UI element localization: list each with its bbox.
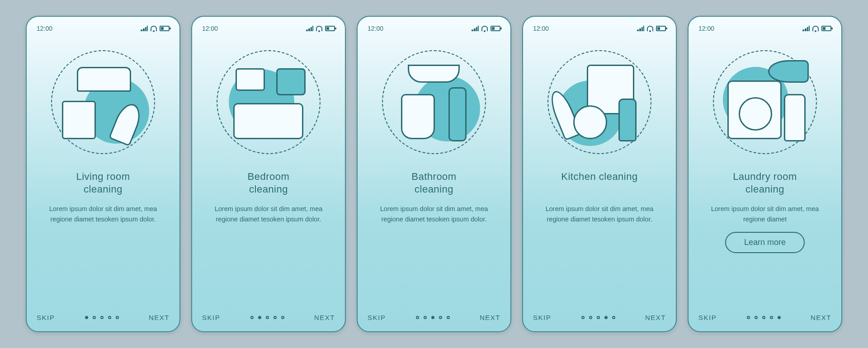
onboarding-screen-1: 12:00 Living room cleaning Lorem ipsum d…	[26, 16, 180, 332]
status-bar: 12:00	[533, 24, 666, 33]
status-time: 12:00	[368, 25, 383, 32]
battery-icon	[160, 26, 170, 31]
bedroom-icon	[202, 46, 335, 159]
skip-button[interactable]: SKIP	[698, 314, 717, 321]
screen-description: Lorem ipsum dolor sit dim amet, mea regi…	[533, 204, 666, 225]
next-button[interactable]: NEXT	[480, 314, 500, 321]
bathroom-icon	[368, 46, 500, 159]
dot-5[interactable]	[612, 316, 615, 319]
dot-3[interactable]	[100, 316, 104, 319]
next-button[interactable]: NEXT	[149, 314, 170, 321]
pagination-dots	[85, 316, 119, 319]
signal-icon	[472, 26, 479, 31]
status-icons	[306, 26, 335, 31]
dot-2[interactable]	[258, 316, 261, 319]
wifi-icon	[481, 26, 488, 31]
nav-bar: SKIP NEXT	[533, 314, 666, 323]
skip-button[interactable]: SKIP	[202, 314, 220, 321]
dot-5[interactable]	[778, 316, 781, 319]
skip-button[interactable]: SKIP	[533, 314, 551, 321]
status-time: 12:00	[202, 25, 218, 32]
status-time: 12:00	[533, 25, 549, 32]
dot-3[interactable]	[597, 316, 600, 319]
screen-description: Lorem ipsum dolor sit dim amet, mea regi…	[368, 204, 500, 225]
wifi-icon	[647, 26, 653, 31]
onboarding-screen-2: 12:00 Bedroom cleaning Lorem ipsum dolor…	[191, 16, 346, 332]
dot-2[interactable]	[755, 316, 758, 319]
battery-icon	[325, 26, 335, 31]
next-button[interactable]: NEXT	[811, 314, 831, 321]
dot-3[interactable]	[762, 316, 765, 319]
dot-4[interactable]	[439, 316, 442, 319]
dot-1[interactable]	[250, 316, 254, 319]
signal-icon	[802, 26, 810, 31]
dot-4[interactable]	[108, 316, 111, 319]
signal-icon	[306, 26, 313, 31]
signal-icon	[637, 26, 644, 31]
living-room-icon	[37, 46, 170, 159]
screen-title: Bathroom cleaning	[368, 170, 500, 196]
battery-icon	[656, 26, 666, 31]
dot-3[interactable]	[266, 316, 269, 319]
onboarding-screen-4: 12:00 Kitchen cleaning Lorem ipsum dolor…	[522, 16, 677, 332]
dot-1[interactable]	[85, 316, 88, 319]
dot-1[interactable]	[747, 316, 750, 319]
dot-4[interactable]	[770, 316, 773, 319]
status-icons	[472, 26, 500, 31]
kitchen-icon	[533, 46, 666, 159]
nav-bar: SKIP NEXT	[368, 314, 500, 323]
status-bar: 12:00	[698, 24, 831, 33]
onboarding-screen-5: 12:00 Laundry room cleaning Lorem ipsum …	[688, 16, 842, 332]
status-time: 12:00	[37, 25, 52, 32]
screen-description: Lorem ipsum dolor sit dim amet, mea regi…	[202, 204, 335, 225]
skip-button[interactable]: SKIP	[368, 314, 386, 321]
status-bar: 12:00	[368, 24, 500, 33]
skip-button[interactable]: SKIP	[37, 314, 55, 321]
dot-5[interactable]	[281, 316, 284, 319]
dot-4[interactable]	[604, 316, 608, 319]
dot-4[interactable]	[274, 316, 277, 319]
wifi-icon	[316, 26, 322, 31]
battery-icon	[491, 26, 500, 31]
nav-bar: SKIP NEXT	[698, 314, 831, 323]
dot-3[interactable]	[431, 316, 434, 319]
pagination-dots	[581, 316, 615, 319]
screen-title: Laundry room cleaning	[698, 170, 831, 196]
next-button[interactable]: NEXT	[645, 314, 666, 321]
pagination-dots	[747, 316, 781, 319]
dot-1[interactable]	[416, 316, 419, 319]
pagination-dots	[416, 316, 450, 319]
signal-icon	[141, 26, 148, 31]
next-button[interactable]: NEXT	[314, 314, 335, 321]
dot-2[interactable]	[589, 316, 592, 319]
status-bar: 12:00	[202, 24, 335, 33]
dot-2[interactable]	[424, 316, 427, 319]
wifi-icon	[812, 26, 819, 31]
status-icons	[637, 26, 666, 31]
laundry-icon	[698, 46, 831, 159]
status-bar: 12:00	[37, 24, 170, 33]
nav-bar: SKIP NEXT	[202, 314, 335, 323]
pagination-dots	[250, 316, 284, 319]
status-time: 12:00	[698, 25, 714, 32]
screen-title: Living room cleaning	[37, 170, 170, 196]
status-icons	[141, 26, 170, 31]
battery-icon	[821, 26, 831, 31]
onboarding-screen-3: 12:00 Bathroom cleaning Lorem ipsum dolo…	[357, 16, 511, 332]
dot-5[interactable]	[447, 316, 450, 319]
screen-description: Lorem ipsum dolor sit dim amet, mea regi…	[698, 204, 831, 225]
nav-bar: SKIP NEXT	[37, 314, 170, 323]
dot-1[interactable]	[581, 316, 585, 319]
wifi-icon	[151, 26, 157, 31]
screen-description: Lorem ipsum dolor sit dim amet, mea regi…	[37, 204, 170, 225]
dot-2[interactable]	[93, 316, 96, 319]
screen-title: Kitchen cleaning	[533, 170, 666, 196]
dot-5[interactable]	[116, 316, 119, 319]
learn-more-button[interactable]: Learn more	[725, 232, 805, 253]
status-icons	[802, 26, 831, 31]
screen-title: Bedroom cleaning	[202, 170, 335, 196]
